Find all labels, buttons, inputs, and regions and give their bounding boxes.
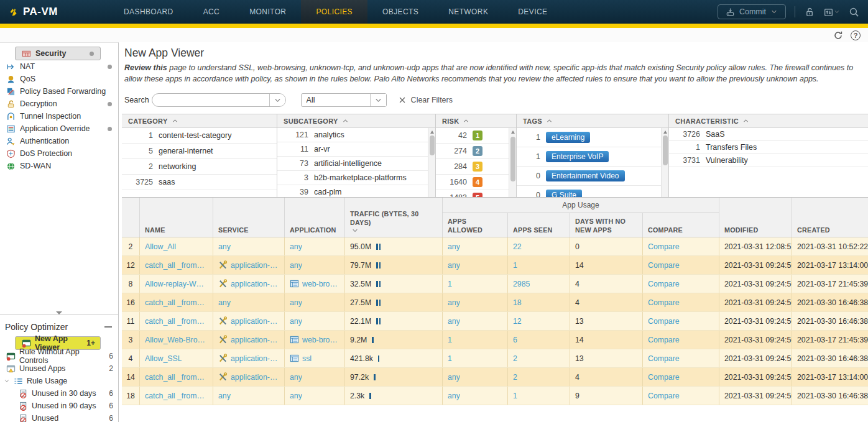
apps-seen-link[interactable]: 2985 <box>513 280 530 288</box>
sidebar-item-authentication[interactable]: Authentication <box>0 135 118 147</box>
filter-row[interactable]: 3b2b-marketplace-platforms <box>277 171 428 185</box>
rule-name-link[interactable]: Allow-replay-Web-B... <box>145 280 208 288</box>
scrollbar[interactable] <box>661 128 668 197</box>
table-row[interactable]: 3 Allow_Web-Browsing application-defa...… <box>122 331 868 349</box>
search-input[interactable] <box>152 94 269 106</box>
filter-row[interactable]: 3725saas <box>122 175 277 190</box>
apps-seen-link[interactable]: 1 <box>513 392 517 400</box>
scroll-up-icon[interactable] <box>430 131 434 134</box>
sidebar-item-nat[interactable]: NAT <box>0 60 118 73</box>
table-row[interactable]: 16 catch_all _from_pcap... any any 27.5M… <box>122 293 868 312</box>
filter-row[interactable]: 1eLearning <box>517 128 661 147</box>
rule-name-link[interactable]: Allow_SSL <box>145 354 182 363</box>
rule-name-link[interactable]: Allow_Web-Browsing <box>145 336 208 344</box>
table-row[interactable]: 8 Allow-replay-Web-B... application-defa… <box>122 275 868 293</box>
compare-link[interactable]: Compare <box>648 242 680 251</box>
service-link[interactable]: application-defa... <box>231 280 279 288</box>
service-link[interactable]: application-defa... <box>231 261 279 270</box>
header-application[interactable]: APPLICATION <box>284 198 344 237</box>
select-dropdown-button[interactable] <box>370 94 386 106</box>
filter-row[interactable]: 421 <box>436 128 509 144</box>
application-link[interactable]: any <box>290 242 302 251</box>
rule-name-link[interactable]: catch_all _from_Intra... <box>145 373 208 382</box>
apps-seen-link[interactable]: 2 <box>513 354 517 363</box>
optimizer-item-rule-without-app-controls[interactable]: Rule Without App Controls 6 <box>0 350 118 362</box>
filter-row[interactable]: 1content-test-category <box>122 128 277 144</box>
service-link[interactable]: application-defa... <box>231 354 279 363</box>
sidebar-item-decryption[interactable]: Decryption <box>0 98 118 110</box>
chevron-down-icon[interactable] <box>4 378 10 384</box>
filter-row[interactable]: 0G Suite <box>517 186 661 197</box>
sidebar-item-qos[interactable]: QoS <box>0 73 118 85</box>
application-link[interactable]: any <box>290 261 302 270</box>
filter-row[interactable]: 121analytics <box>277 128 428 142</box>
nav-item-objects[interactable]: OBJECTS <box>367 0 433 24</box>
application-link[interactable]: any <box>290 373 302 382</box>
header-name[interactable]: NAME <box>139 198 213 237</box>
filter-row[interactable]: 3726SaaS <box>669 128 868 141</box>
application-link[interactable]: ssl <box>302 354 312 363</box>
rule-name-link[interactable]: catch_all _from_pcap... <box>145 392 208 400</box>
filter-header-tags[interactable]: TAGS <box>517 114 668 128</box>
filter-scope-select[interactable]: All <box>301 93 387 107</box>
header-compare[interactable]: COMPARE <box>642 213 719 237</box>
compare-link[interactable]: Compare <box>648 336 680 344</box>
application-link[interactable]: any <box>290 317 302 326</box>
filter-header-category[interactable]: CATEGORY <box>122 114 277 128</box>
nav-item-policies[interactable]: POLICIES <box>301 0 367 24</box>
global-search-icon[interactable] <box>849 7 859 17</box>
optimizer-item-unused-90-days[interactable]: Unused in 90 days 6 <box>0 400 118 412</box>
header-service[interactable]: SERVICE <box>213 198 284 237</box>
apps-allowed-link[interactable]: any <box>448 317 460 326</box>
apps-allowed-link[interactable]: any <box>448 373 460 382</box>
service-link[interactable]: application-defa... <box>231 373 279 382</box>
apps-seen-link[interactable]: 22 <box>513 242 522 251</box>
header-apps-seen[interactable]: APPS SEEN <box>507 213 570 237</box>
rule-name-link[interactable]: catch_all _from_clien... <box>145 317 208 326</box>
compare-link[interactable]: Compare <box>648 317 680 326</box>
header-apps-allowed[interactable]: APPS ALLOWED <box>442 213 507 237</box>
scrollbar-thumb[interactable] <box>663 135 668 165</box>
service-link[interactable]: any <box>218 298 231 307</box>
apps-allowed-link[interactable]: any <box>448 298 460 307</box>
apps-seen-link[interactable]: 12 <box>513 317 522 326</box>
refresh-icon[interactable] <box>833 30 843 40</box>
compare-link[interactable]: Compare <box>648 261 680 270</box>
filter-header-characteristic[interactable]: CHARACTERISTIC <box>669 114 868 128</box>
sidebar-item-tunnel-inspection[interactable]: Tunnel Inspection <box>0 110 118 122</box>
apps-seen-link[interactable]: 18 <box>513 298 522 307</box>
filter-row[interactable]: 14835 <box>436 190 509 197</box>
scrollbar[interactable] <box>509 128 516 197</box>
filter-row[interactable]: 39cad-plm <box>277 185 428 197</box>
filter-row[interactable]: 0Entertainment Video <box>517 167 661 186</box>
service-link[interactable]: application-defa... <box>231 336 279 344</box>
table-row[interactable]: 2 Allow_All any any 95.0M any 22 0 Compa… <box>122 237 868 256</box>
filter-row[interactable]: 3731Vulnerability <box>669 154 868 167</box>
compare-link[interactable]: Compare <box>648 373 680 382</box>
compare-link[interactable]: Compare <box>648 392 680 400</box>
compare-link[interactable]: Compare <box>648 280 680 288</box>
rule-name-link[interactable]: Allow_All <box>145 242 176 251</box>
filter-row[interactable]: 1Enterprise VoIP <box>517 147 661 167</box>
apps-allowed-link[interactable]: any <box>448 392 460 400</box>
scrollbar[interactable] <box>428 128 435 197</box>
service-link[interactable]: application-defa... <box>231 317 279 326</box>
optimizer-item-rule-usage[interactable]: Rule Usage <box>0 375 118 387</box>
apps-seen-link[interactable]: 2 <box>513 373 517 382</box>
nav-item-device[interactable]: DEVICE <box>503 0 562 24</box>
header-created[interactable]: CREATED <box>792 198 868 237</box>
header-days-no-new-apps[interactable]: DAYS WITH NO NEW APPS <box>570 213 642 237</box>
filter-header-risk[interactable]: RISK <box>436 114 516 128</box>
filter-row[interactable]: 2843 <box>436 159 509 175</box>
clear-filters-button[interactable]: Clear Filters <box>398 96 453 104</box>
application-link[interactable]: web-browsing <box>302 280 339 288</box>
sidebar-item-security[interactable]: Security <box>15 47 101 60</box>
filter-row[interactable]: 2networking <box>122 159 277 175</box>
apps-allowed-link[interactable]: any <box>448 261 460 270</box>
optimizer-item-unused-30-days[interactable]: Unused in 30 days 6 <box>0 387 118 400</box>
scroll-up-icon[interactable] <box>663 131 667 134</box>
panel-splitter[interactable] <box>0 314 118 319</box>
config-lock-icon[interactable] <box>804 7 815 17</box>
sidebar-item-policy-based-forwarding[interactable]: Policy Based Forwarding <box>0 85 118 98</box>
table-row[interactable]: 12 catch_all _from_outsi... application-… <box>122 256 868 275</box>
